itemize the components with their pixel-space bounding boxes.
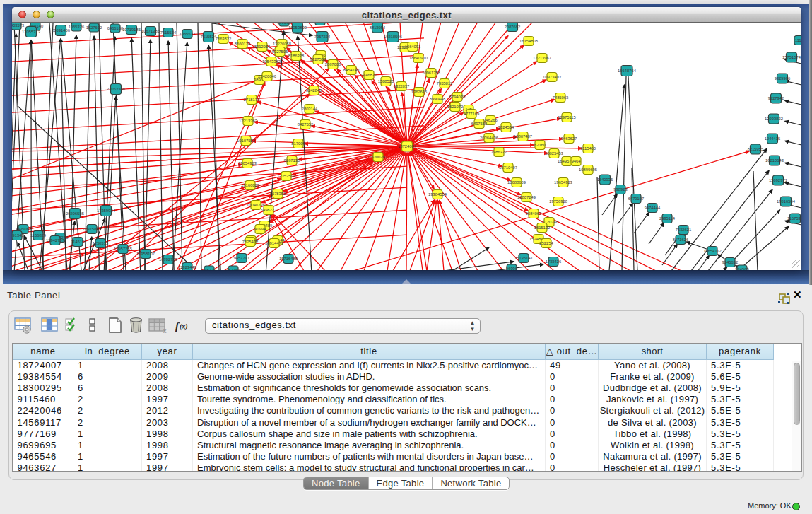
svg-text:10975887: 10975887 bbox=[83, 227, 101, 231]
svg-text:9474444: 9474444 bbox=[645, 206, 661, 210]
svg-text:9464: 9464 bbox=[572, 159, 582, 163]
svg-text:7625402: 7625402 bbox=[242, 240, 259, 244]
svg-text:10973493: 10973493 bbox=[543, 75, 561, 79]
svg-text:2718170: 2718170 bbox=[244, 98, 260, 102]
svg-text:6479197: 6479197 bbox=[628, 197, 645, 201]
svg-text:391341: 391341 bbox=[12, 233, 24, 238]
svg-text:10899695: 10899695 bbox=[579, 168, 597, 172]
svg-text:15716485: 15716485 bbox=[279, 257, 298, 261]
svg-text:1527602: 1527602 bbox=[86, 25, 102, 30]
svg-text:114519: 114519 bbox=[71, 240, 85, 244]
svg-text:7955812: 7955812 bbox=[437, 81, 453, 86]
svg-text:15692971: 15692971 bbox=[769, 178, 787, 182]
svg-text:10961758: 10961758 bbox=[422, 71, 440, 75]
svg-text:15136141: 15136141 bbox=[514, 256, 533, 260]
svg-text:1362615: 1362615 bbox=[411, 90, 428, 94]
svg-text:8990448: 8990448 bbox=[430, 97, 446, 101]
svg-text:9463627: 9463627 bbox=[561, 136, 577, 141]
svg-text:8215955: 8215955 bbox=[748, 147, 764, 151]
svg-text:924565: 924565 bbox=[735, 267, 748, 270]
svg-text:3824554: 3824554 bbox=[498, 125, 514, 129]
svg-text:12093822: 12093822 bbox=[765, 117, 783, 121]
svg-text:817006: 817006 bbox=[291, 141, 305, 146]
svg-text:2935114: 2935114 bbox=[659, 216, 676, 221]
svg-text:9084067: 9084067 bbox=[526, 211, 542, 216]
svg-text:7357224: 7357224 bbox=[314, 35, 331, 39]
svg-text:9777169: 9777169 bbox=[464, 112, 480, 116]
svg-text:x: x bbox=[163, 327, 167, 334]
svg-text:10807487: 10807487 bbox=[514, 134, 532, 139]
svg-text:2803144: 2803144 bbox=[302, 107, 318, 111]
svg-text:8678352: 8678352 bbox=[270, 192, 286, 196]
svg-text:19654923: 19654923 bbox=[554, 180, 572, 185]
svg-text:9227342: 9227342 bbox=[768, 96, 784, 100]
svg-text:6497568: 6497568 bbox=[471, 122, 488, 126]
svg-text:9146821: 9146821 bbox=[361, 73, 377, 77]
svg-text:9329966: 9329966 bbox=[775, 76, 791, 81]
svg-text:160538: 160538 bbox=[277, 23, 290, 25]
svg-text:62160: 62160 bbox=[534, 143, 546, 147]
svg-text:8660124: 8660124 bbox=[235, 42, 251, 46]
svg-text:2867608: 2867608 bbox=[325, 62, 341, 66]
svg-text:12353594: 12353594 bbox=[277, 174, 296, 178]
svg-text:1615132: 1615132 bbox=[534, 226, 551, 230]
svg-text:18807249: 18807249 bbox=[517, 195, 536, 199]
svg-text:8186328: 8186328 bbox=[288, 54, 305, 58]
svg-text:16154808: 16154808 bbox=[519, 39, 538, 43]
svg-text:8267130: 8267130 bbox=[284, 158, 300, 163]
svg-text:10654112: 10654112 bbox=[703, 249, 721, 253]
svg-text:96996: 96996 bbox=[506, 267, 517, 270]
svg-text:22420046: 22420046 bbox=[258, 74, 276, 78]
svg-text:90994: 90994 bbox=[254, 227, 266, 231]
svg-text:12942757: 12942757 bbox=[46, 238, 64, 243]
svg-text:16782759: 16782759 bbox=[159, 257, 177, 262]
svg-text:7485063: 7485063 bbox=[553, 95, 569, 100]
svg-text:16210643: 16210643 bbox=[765, 158, 784, 163]
svg-text:7986322: 7986322 bbox=[491, 150, 507, 154]
svg-text:17957255: 17957255 bbox=[114, 247, 132, 251]
svg-text:1156829: 1156829 bbox=[30, 233, 46, 238]
svg-text:73572: 73572 bbox=[314, 23, 326, 24]
svg-text:1664091: 1664091 bbox=[405, 45, 421, 49]
svg-text:9242848: 9242848 bbox=[306, 88, 322, 93]
svg-text:19756928: 19756928 bbox=[549, 199, 567, 204]
svg-text:1250515: 1250515 bbox=[93, 241, 109, 245]
svg-text:12923448: 12923448 bbox=[178, 265, 196, 269]
svg-text:12975115: 12975115 bbox=[558, 115, 575, 119]
svg-text:19166829: 19166829 bbox=[241, 183, 259, 187]
svg-text:945779: 945779 bbox=[202, 268, 216, 270]
svg-text:8912954: 8912954 bbox=[254, 45, 271, 49]
svg-text:7515524: 7515524 bbox=[201, 35, 217, 39]
svg-text:(x): (x) bbox=[180, 322, 188, 331]
svg-text:22053346: 22053346 bbox=[107, 87, 125, 91]
svg-text:7632621: 7632621 bbox=[676, 228, 692, 232]
svg-text:8813054: 8813054 bbox=[370, 25, 386, 30]
svg-text:10543362: 10543362 bbox=[262, 59, 281, 64]
svg-text:10958107: 10958107 bbox=[136, 252, 155, 256]
svg-text:17016504: 17016504 bbox=[777, 199, 796, 204]
svg-text:2087682: 2087682 bbox=[505, 25, 521, 29]
svg-text:8471626: 8471626 bbox=[673, 238, 689, 242]
svg-text:6466160: 6466160 bbox=[107, 26, 124, 30]
svg-text:10671385: 10671385 bbox=[141, 29, 160, 33]
svg-text:9245652: 9245652 bbox=[722, 260, 739, 264]
svg-text:1065532: 1065532 bbox=[180, 32, 196, 36]
svg-text:18724007: 18724007 bbox=[398, 144, 416, 148]
svg-text:20206535: 20206535 bbox=[66, 211, 84, 216]
svg-text:17359924: 17359924 bbox=[97, 209, 116, 213]
svg-text:10107552: 10107552 bbox=[237, 139, 255, 143]
svg-text:19218506: 19218506 bbox=[384, 35, 402, 39]
svg-text:1588520: 1588520 bbox=[378, 79, 394, 83]
svg-text:1065326: 1065326 bbox=[69, 25, 85, 29]
svg-text:1733426: 1733426 bbox=[546, 259, 562, 264]
svg-text:252254: 252254 bbox=[539, 241, 553, 245]
svg-text:20364436: 20364436 bbox=[480, 136, 498, 140]
svg-text:12055713: 12055713 bbox=[22, 30, 40, 34]
svg-text:12213363: 12213363 bbox=[239, 119, 257, 123]
svg-text:7663822: 7663822 bbox=[216, 37, 232, 41]
svg-text:19384554: 19384554 bbox=[428, 192, 447, 197]
svg-text:16648764: 16648764 bbox=[618, 69, 637, 73]
svg-text:16053809: 16053809 bbox=[288, 25, 307, 30]
svg-text:8454749: 8454749 bbox=[343, 68, 360, 72]
svg-text:9327505: 9327505 bbox=[272, 49, 288, 54]
